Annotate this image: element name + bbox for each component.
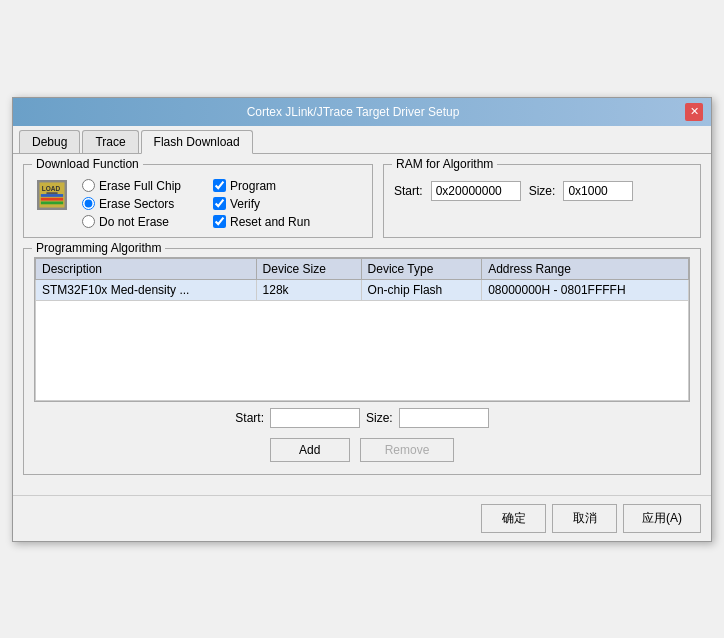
prog-fields: Start: Size: xyxy=(34,408,690,428)
table-row[interactable]: STM32F10x Med-density ... 128k On-chip F… xyxy=(36,279,689,300)
tab-debug[interactable]: Debug xyxy=(19,130,80,153)
col-address-range: Address Range xyxy=(482,258,689,279)
do-not-erase-radio[interactable] xyxy=(82,215,95,228)
algorithm-table: Description Device Size Device Type Addr… xyxy=(35,258,689,401)
download-function-content: LOAD Erase Full Chip xyxy=(34,173,362,229)
erase-sectors-label: Erase Sectors xyxy=(99,197,174,211)
load-icon-image: LOAD xyxy=(37,180,67,210)
programming-algorithm-label: Programming Algorithm xyxy=(32,241,165,255)
do-not-erase-label: Do not Erase xyxy=(99,215,169,229)
close-button[interactable]: ✕ xyxy=(685,103,703,121)
algorithm-table-container: Description Device Size Device Type Addr… xyxy=(34,257,690,402)
start-label: Start: xyxy=(394,184,423,198)
col-device-type: Device Type xyxy=(361,258,482,279)
download-function-label: Download Function xyxy=(32,157,143,171)
add-remove-row: Add Remove xyxy=(34,438,690,462)
row-address-range: 08000000H - 0801FFFFH xyxy=(482,279,689,300)
top-row: Download Function LOAD xyxy=(23,164,701,248)
content-area: Download Function LOAD xyxy=(13,154,711,495)
ram-fields: Start: Size: xyxy=(394,173,690,201)
window-title: Cortex JLink/JTrace Target Driver Setup xyxy=(21,105,685,119)
download-function-group: Download Function LOAD xyxy=(23,164,373,238)
erase-sectors-option[interactable]: Erase Sectors xyxy=(82,197,181,211)
remove-button[interactable]: Remove xyxy=(360,438,455,462)
erase-full-chip-option[interactable]: Erase Full Chip xyxy=(82,179,181,193)
ok-button[interactable]: 确定 xyxy=(481,504,546,533)
prog-size-input[interactable] xyxy=(399,408,489,428)
erase-full-chip-radio[interactable] xyxy=(82,179,95,192)
ram-algorithm-label: RAM for Algorithm xyxy=(392,157,497,171)
col-description: Description xyxy=(36,258,257,279)
reset-and-run-option[interactable]: Reset and Run xyxy=(213,215,310,229)
svg-rect-3 xyxy=(41,197,63,200)
size-label: Size: xyxy=(529,184,556,198)
options-checkbox-group: Program Verify Reset and Run xyxy=(213,179,310,229)
svg-rect-2 xyxy=(41,194,63,197)
col-device-size: Device Size xyxy=(256,258,361,279)
verify-label: Verify xyxy=(230,197,260,211)
main-window: Cortex JLink/JTrace Target Driver Setup … xyxy=(12,97,712,542)
ram-start-input[interactable] xyxy=(431,181,521,201)
erase-radio-group: Erase Full Chip Erase Sectors Do not Era… xyxy=(82,179,181,229)
tab-trace[interactable]: Trace xyxy=(82,130,138,153)
erase-sectors-radio[interactable] xyxy=(82,197,95,210)
verify-checkbox[interactable] xyxy=(213,197,226,210)
title-bar: Cortex JLink/JTrace Target Driver Setup … xyxy=(13,98,711,126)
programming-algorithm-group: Programming Algorithm Description Device… xyxy=(23,248,701,475)
ram-size-input[interactable] xyxy=(563,181,633,201)
svg-text:LOAD: LOAD xyxy=(42,185,61,192)
prog-start-input[interactable] xyxy=(270,408,360,428)
row-device-type: On-chip Flash xyxy=(361,279,482,300)
add-button[interactable]: Add xyxy=(270,438,350,462)
program-checkbox[interactable] xyxy=(213,179,226,192)
ram-algorithm-group: RAM for Algorithm Start: Size: xyxy=(383,164,701,238)
cancel-button[interactable]: 取消 xyxy=(552,504,617,533)
program-label: Program xyxy=(230,179,276,193)
row-device-size: 128k xyxy=(256,279,361,300)
svg-rect-4 xyxy=(41,201,63,204)
apply-button[interactable]: 应用(A) xyxy=(623,504,701,533)
tab-bar: Debug Trace Flash Download xyxy=(13,126,711,154)
do-not-erase-option[interactable]: Do not Erase xyxy=(82,215,181,229)
reset-and-run-label: Reset and Run xyxy=(230,215,310,229)
tab-flash-download[interactable]: Flash Download xyxy=(141,130,253,154)
bottom-bar: 确定 取消 应用(A) xyxy=(13,495,711,541)
load-icon: LOAD xyxy=(34,177,70,213)
prog-start-label: Start: xyxy=(235,411,264,425)
prog-size-label: Size: xyxy=(366,411,393,425)
erase-full-chip-label: Erase Full Chip xyxy=(99,179,181,193)
row-description: STM32F10x Med-density ... xyxy=(36,279,257,300)
verify-option[interactable]: Verify xyxy=(213,197,310,211)
program-option[interactable]: Program xyxy=(213,179,310,193)
reset-and-run-checkbox[interactable] xyxy=(213,215,226,228)
svg-rect-5 xyxy=(46,192,57,194)
